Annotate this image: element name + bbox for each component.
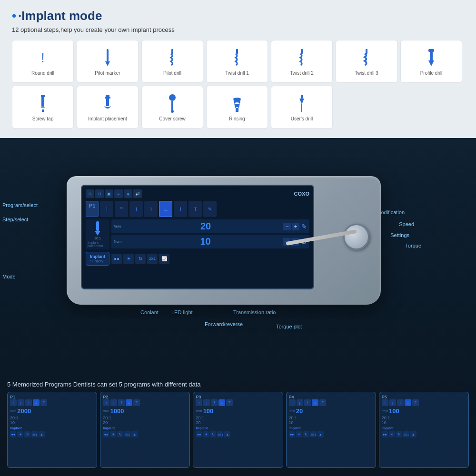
pb-led-2: ☀ <box>203 431 209 437</box>
prog-mode-2: Implant <box>196 426 280 430</box>
drill-icon-9 <box>165 93 180 113</box>
pb-fwd-0: ↻ <box>24 431 30 437</box>
callout-led: LED light <box>171 309 193 315</box>
status-icon-vol: 🔊 <box>133 189 142 198</box>
speed-value: 20 <box>130 221 281 232</box>
svg-text:!: ! <box>41 50 45 65</box>
drill-item-2: Pilot drill <box>141 40 203 83</box>
svg-rect-3 <box>171 49 173 54</box>
pc-icon-2-2: ⌇ <box>211 399 218 406</box>
svg-rect-5 <box>301 49 303 54</box>
prog-val-row1-0: /min 2000 <box>10 407 94 415</box>
step-icon-3[interactable]: ⌇ <box>129 201 143 217</box>
prog-ratio-0: 20:1 <box>10 416 94 420</box>
drill-label-11: User's drill <box>291 116 313 121</box>
pb-coolant-4: ●● <box>382 431 388 437</box>
pc-icon-3-4: ⊥ <box>405 399 411 406</box>
pc-icon-3-1: ⊥ <box>126 399 132 406</box>
prog-ratio-1: 20:1 <box>103 416 187 420</box>
prog-header-2: ! | ⌇ ⊥ ⊤ <box>196 399 280 406</box>
chart-icon[interactable]: 📈 <box>159 254 169 264</box>
drill-icon-1 <box>100 48 115 68</box>
forward-reverse-icon[interactable]: ↻ <box>135 254 146 264</box>
pc-icon-4-1: ⊤ <box>133 399 140 406</box>
program-card-3[interactable]: P4 ! | ⌇ ⊥ ⊤ /min 20 20:1 10 Implant ●● … <box>286 392 376 468</box>
coolant-icon[interactable]: ●● <box>111 254 122 264</box>
program-card-1[interactable]: P2 ! | ⌇ ⊥ ⊤ /min 1000 20:1 20 Implant ●… <box>100 392 190 468</box>
prog-val-row1-2: /min 100 <box>196 407 280 415</box>
implant-title: ·Implant mode <box>12 9 464 23</box>
callout-torque-plot: Torque plot <box>276 324 302 329</box>
speed-value-row: /min 20 − + ✎ <box>111 219 309 233</box>
program-card-0[interactable]: P1 ! | ⌇ ⊥ ⊤ /min 2000 20:1 10 Implant ●… <box>7 392 97 468</box>
pc-icon-4-2: ⊤ <box>226 399 233 406</box>
pc-icon-0-3: ! <box>289 399 296 406</box>
drill-label-4: Twist drill 2 <box>290 70 313 76</box>
prog-num-4: P5 <box>382 395 466 399</box>
drill-label-0: Round drill <box>31 70 54 76</box>
prog-val-row1-4: /min 100 <box>382 407 466 415</box>
callout-forward-reverse: Forward/reverse <box>205 321 243 327</box>
status-icon-3: ▣ <box>105 189 113 198</box>
step-icon-5[interactable]: ⊥ <box>159 201 172 217</box>
drill-icon-2 <box>165 48 180 68</box>
status-icon-4: ≡ <box>114 189 123 198</box>
speed-controls: − + <box>283 223 299 230</box>
pb-ratio-1: 20:1 <box>124 431 130 437</box>
step-icon-4[interactable]: ⌇ <box>144 201 158 217</box>
prog-header-3: ! | ⌇ ⊥ ⊤ <box>289 399 373 406</box>
mode-box: Implant Surgery <box>86 252 109 266</box>
pb-fwd-1: ↻ <box>117 431 123 437</box>
program-card-4[interactable]: P5 ! | ⌇ ⊥ ⊤ /min 100 20:1 10 Implant ●●… <box>379 392 469 468</box>
callout-program-select: Program/select <box>2 202 38 208</box>
program-box[interactable]: P1 <box>86 201 99 217</box>
pc-icon-1-1: | <box>110 399 117 406</box>
pc-icon-1-2: | <box>203 399 210 406</box>
step-icon-1[interactable]: ! <box>100 201 113 217</box>
prog-mode-3: Implant <box>289 426 373 430</box>
step-icon-2[interactable]: 𝄊 <box>115 201 128 217</box>
callout-torque: Torque <box>405 243 421 248</box>
drill-label-8: Implant placement <box>88 116 127 121</box>
drill-label-9: Cover screw <box>159 116 186 121</box>
device-screen: ⊞ ⊟ ▣ ≡ ◈ 🔊 COXO P1 ! 𝄊 ⌇ ⌇ ⊥ ⌇ ⊤ ✎ <box>81 185 314 289</box>
drill-item-7: Screw tap <box>12 86 74 129</box>
drill-icon-8 <box>100 93 115 113</box>
implant-subtitle: 12 optional steps,help you create your o… <box>12 26 464 33</box>
svg-rect-14 <box>105 97 110 99</box>
pc-icon-0-1: ! <box>103 399 109 406</box>
svg-rect-23 <box>96 221 99 231</box>
pb-fwd-3: ↻ <box>303 431 309 437</box>
drill-item-11: User's drill <box>271 86 333 129</box>
drill-grid: ! Round drill Pilot marker Pilot drill T… <box>12 40 464 129</box>
program-card-2[interactable]: P3 ! | ⌇ ⊥ ⊤ /min 100 20:1 20 Implant ●●… <box>193 392 283 468</box>
step-icon-7[interactable]: ⊤ <box>188 201 202 217</box>
ratio-icon[interactable]: 20:1 <box>147 254 158 264</box>
prog-arrow-4: /min <box>382 409 388 413</box>
device-knob[interactable] <box>343 224 369 250</box>
bottom-title: 5 Memorized Programs Dentists can set 5 … <box>7 381 469 388</box>
prog-header-0: ! | ⌇ ⊥ ⊤ <box>10 399 94 406</box>
speed-plus[interactable]: + <box>292 223 299 230</box>
drill-icon-4 <box>294 48 309 68</box>
speed-minus[interactable]: − <box>283 223 291 230</box>
drill-item-3: Twist drill 1 <box>206 40 268 83</box>
device-section: Program/select Step/select Mode Coolant … <box>0 162 476 362</box>
pc-icon-1-0: | <box>18 399 24 406</box>
callout-speed: Speed <box>399 221 414 227</box>
prog-bottom-icons-0: ●● ☀ ↻ 20:1 ▲ <box>10 431 94 437</box>
program-cards: P1 ! | ⌇ ⊥ ⊤ /min 2000 20:1 10 Implant ●… <box>7 392 469 468</box>
led-icon[interactable]: ☀ <box>123 254 134 264</box>
step-icon-6[interactable]: ⌇ <box>174 201 187 217</box>
drill-item-1: Pilot marker <box>77 40 139 83</box>
pb-ratio-3: 20:1 <box>310 431 317 437</box>
pc-icon-2-4: ⌇ <box>397 399 404 406</box>
edit-icon[interactable]: ✎ <box>301 223 307 230</box>
pb-ratio-2: 20:1 <box>217 431 223 437</box>
pb-fwd-2: ↻ <box>210 431 216 437</box>
step-icon-8[interactable]: ✎ <box>203 201 217 217</box>
prog-bottom-icons-1: ●● ☀ ↻ 20:1 ▲ <box>103 431 187 437</box>
pb-fwd-4: ↻ <box>396 431 402 437</box>
svg-point-18 <box>171 110 174 113</box>
prog-ratio-3: 20:1 <box>289 416 373 420</box>
